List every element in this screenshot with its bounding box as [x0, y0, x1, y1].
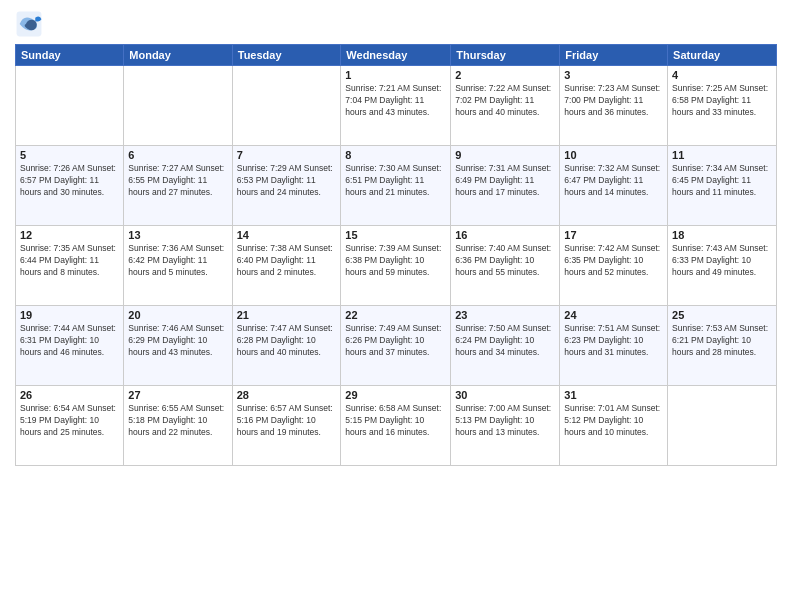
- day-number: 14: [237, 229, 337, 241]
- day-header-friday: Friday: [560, 45, 668, 66]
- calendar-cell: 31Sunrise: 7:01 AM Sunset: 5:12 PM Dayli…: [560, 386, 668, 466]
- day-number: 3: [564, 69, 663, 81]
- day-info: Sunrise: 7:30 AM Sunset: 6:51 PM Dayligh…: [345, 163, 446, 199]
- calendar-cell: 3Sunrise: 7:23 AM Sunset: 7:00 PM Daylig…: [560, 66, 668, 146]
- day-info: Sunrise: 7:31 AM Sunset: 6:49 PM Dayligh…: [455, 163, 555, 199]
- day-number: 1: [345, 69, 446, 81]
- day-info: Sunrise: 7:01 AM Sunset: 5:12 PM Dayligh…: [564, 403, 663, 439]
- calendar-cell: 5Sunrise: 7:26 AM Sunset: 6:57 PM Daylig…: [16, 146, 124, 226]
- day-number: 4: [672, 69, 772, 81]
- day-number: 9: [455, 149, 555, 161]
- calendar-cell: 25Sunrise: 7:53 AM Sunset: 6:21 PM Dayli…: [668, 306, 777, 386]
- day-number: 28: [237, 389, 337, 401]
- day-number: 12: [20, 229, 119, 241]
- calendar-cell: 12Sunrise: 7:35 AM Sunset: 6:44 PM Dayli…: [16, 226, 124, 306]
- day-number: 2: [455, 69, 555, 81]
- calendar-cell: [232, 66, 341, 146]
- calendar-cell: 19Sunrise: 7:44 AM Sunset: 6:31 PM Dayli…: [16, 306, 124, 386]
- day-info: Sunrise: 7:39 AM Sunset: 6:38 PM Dayligh…: [345, 243, 446, 279]
- calendar-cell: [16, 66, 124, 146]
- day-info: Sunrise: 7:27 AM Sunset: 6:55 PM Dayligh…: [128, 163, 227, 199]
- day-number: 18: [672, 229, 772, 241]
- day-header-monday: Monday: [124, 45, 232, 66]
- day-number: 24: [564, 309, 663, 321]
- day-number: 22: [345, 309, 446, 321]
- day-info: Sunrise: 7:47 AM Sunset: 6:28 PM Dayligh…: [237, 323, 337, 359]
- header: [15, 10, 777, 38]
- day-number: 16: [455, 229, 555, 241]
- week-row-0: 1Sunrise: 7:21 AM Sunset: 7:04 PM Daylig…: [16, 66, 777, 146]
- calendar-cell: 15Sunrise: 7:39 AM Sunset: 6:38 PM Dayli…: [341, 226, 451, 306]
- calendar-cell: 27Sunrise: 6:55 AM Sunset: 5:18 PM Dayli…: [124, 386, 232, 466]
- day-number: 23: [455, 309, 555, 321]
- calendar-cell: 1Sunrise: 7:21 AM Sunset: 7:04 PM Daylig…: [341, 66, 451, 146]
- calendar-cell: 30Sunrise: 7:00 AM Sunset: 5:13 PM Dayli…: [451, 386, 560, 466]
- calendar-cell: 10Sunrise: 7:32 AM Sunset: 6:47 PM Dayli…: [560, 146, 668, 226]
- calendar-header-row: SundayMondayTuesdayWednesdayThursdayFrid…: [16, 45, 777, 66]
- day-header-wednesday: Wednesday: [341, 45, 451, 66]
- week-row-3: 19Sunrise: 7:44 AM Sunset: 6:31 PM Dayli…: [16, 306, 777, 386]
- day-info: Sunrise: 6:55 AM Sunset: 5:18 PM Dayligh…: [128, 403, 227, 439]
- day-info: Sunrise: 7:49 AM Sunset: 6:26 PM Dayligh…: [345, 323, 446, 359]
- logo-icon: [15, 10, 43, 38]
- day-number: 31: [564, 389, 663, 401]
- calendar-cell: 16Sunrise: 7:40 AM Sunset: 6:36 PM Dayli…: [451, 226, 560, 306]
- day-number: 29: [345, 389, 446, 401]
- day-info: Sunrise: 7:21 AM Sunset: 7:04 PM Dayligh…: [345, 83, 446, 119]
- calendar-cell: [124, 66, 232, 146]
- day-info: Sunrise: 7:25 AM Sunset: 6:58 PM Dayligh…: [672, 83, 772, 119]
- day-header-thursday: Thursday: [451, 45, 560, 66]
- day-info: Sunrise: 7:29 AM Sunset: 6:53 PM Dayligh…: [237, 163, 337, 199]
- calendar-cell: 21Sunrise: 7:47 AM Sunset: 6:28 PM Dayli…: [232, 306, 341, 386]
- calendar-cell: 18Sunrise: 7:43 AM Sunset: 6:33 PM Dayli…: [668, 226, 777, 306]
- day-number: 25: [672, 309, 772, 321]
- day-info: Sunrise: 7:26 AM Sunset: 6:57 PM Dayligh…: [20, 163, 119, 199]
- day-number: 20: [128, 309, 227, 321]
- calendar-cell: 8Sunrise: 7:30 AM Sunset: 6:51 PM Daylig…: [341, 146, 451, 226]
- day-info: Sunrise: 7:44 AM Sunset: 6:31 PM Dayligh…: [20, 323, 119, 359]
- day-info: Sunrise: 7:23 AM Sunset: 7:00 PM Dayligh…: [564, 83, 663, 119]
- day-info: Sunrise: 7:50 AM Sunset: 6:24 PM Dayligh…: [455, 323, 555, 359]
- day-info: Sunrise: 7:42 AM Sunset: 6:35 PM Dayligh…: [564, 243, 663, 279]
- day-info: Sunrise: 6:58 AM Sunset: 5:15 PM Dayligh…: [345, 403, 446, 439]
- day-info: Sunrise: 7:51 AM Sunset: 6:23 PM Dayligh…: [564, 323, 663, 359]
- day-info: Sunrise: 7:00 AM Sunset: 5:13 PM Dayligh…: [455, 403, 555, 439]
- calendar-cell: 28Sunrise: 6:57 AM Sunset: 5:16 PM Dayli…: [232, 386, 341, 466]
- calendar-cell: 14Sunrise: 7:38 AM Sunset: 6:40 PM Dayli…: [232, 226, 341, 306]
- day-number: 8: [345, 149, 446, 161]
- day-info: Sunrise: 7:35 AM Sunset: 6:44 PM Dayligh…: [20, 243, 119, 279]
- day-info: Sunrise: 7:22 AM Sunset: 7:02 PM Dayligh…: [455, 83, 555, 119]
- day-number: 6: [128, 149, 227, 161]
- week-row-1: 5Sunrise: 7:26 AM Sunset: 6:57 PM Daylig…: [16, 146, 777, 226]
- calendar-cell: 7Sunrise: 7:29 AM Sunset: 6:53 PM Daylig…: [232, 146, 341, 226]
- week-row-4: 26Sunrise: 6:54 AM Sunset: 5:19 PM Dayli…: [16, 386, 777, 466]
- day-header-sunday: Sunday: [16, 45, 124, 66]
- day-number: 21: [237, 309, 337, 321]
- day-info: Sunrise: 7:36 AM Sunset: 6:42 PM Dayligh…: [128, 243, 227, 279]
- day-number: 5: [20, 149, 119, 161]
- day-number: 17: [564, 229, 663, 241]
- page: SundayMondayTuesdayWednesdayThursdayFrid…: [0, 0, 792, 612]
- calendar-cell: 23Sunrise: 7:50 AM Sunset: 6:24 PM Dayli…: [451, 306, 560, 386]
- calendar-cell: 24Sunrise: 7:51 AM Sunset: 6:23 PM Dayli…: [560, 306, 668, 386]
- calendar-cell: 17Sunrise: 7:42 AM Sunset: 6:35 PM Dayli…: [560, 226, 668, 306]
- day-number: 27: [128, 389, 227, 401]
- calendar-cell: 11Sunrise: 7:34 AM Sunset: 6:45 PM Dayli…: [668, 146, 777, 226]
- calendar-cell: 29Sunrise: 6:58 AM Sunset: 5:15 PM Dayli…: [341, 386, 451, 466]
- day-header-saturday: Saturday: [668, 45, 777, 66]
- day-info: Sunrise: 7:38 AM Sunset: 6:40 PM Dayligh…: [237, 243, 337, 279]
- day-info: Sunrise: 7:34 AM Sunset: 6:45 PM Dayligh…: [672, 163, 772, 199]
- day-number: 26: [20, 389, 119, 401]
- day-info: Sunrise: 7:46 AM Sunset: 6:29 PM Dayligh…: [128, 323, 227, 359]
- calendar-cell: 9Sunrise: 7:31 AM Sunset: 6:49 PM Daylig…: [451, 146, 560, 226]
- day-number: 13: [128, 229, 227, 241]
- day-number: 10: [564, 149, 663, 161]
- day-info: Sunrise: 6:54 AM Sunset: 5:19 PM Dayligh…: [20, 403, 119, 439]
- day-number: 11: [672, 149, 772, 161]
- calendar-cell: 6Sunrise: 7:27 AM Sunset: 6:55 PM Daylig…: [124, 146, 232, 226]
- logo: [15, 10, 47, 38]
- calendar: SundayMondayTuesdayWednesdayThursdayFrid…: [15, 44, 777, 466]
- calendar-cell: 2Sunrise: 7:22 AM Sunset: 7:02 PM Daylig…: [451, 66, 560, 146]
- calendar-cell: 4Sunrise: 7:25 AM Sunset: 6:58 PM Daylig…: [668, 66, 777, 146]
- day-info: Sunrise: 6:57 AM Sunset: 5:16 PM Dayligh…: [237, 403, 337, 439]
